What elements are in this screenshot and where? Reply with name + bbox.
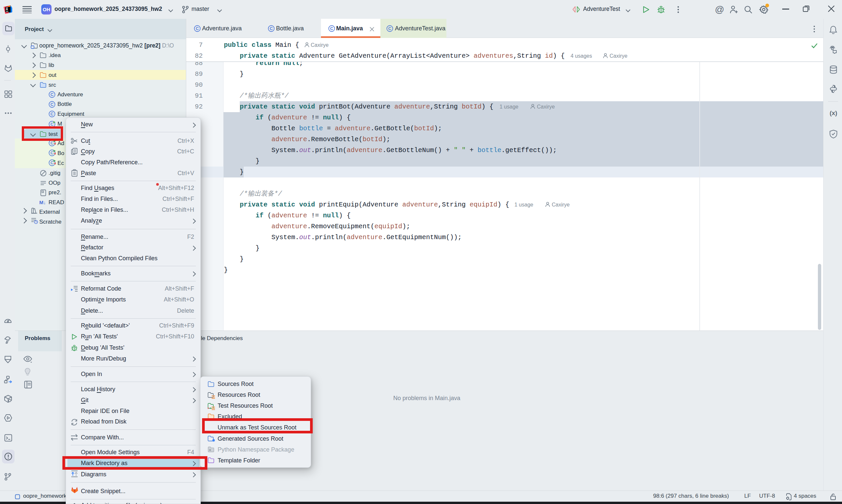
svg-text:C: C: [330, 26, 333, 31]
svg-text:C: C: [51, 111, 54, 116]
svg-text:C: C: [270, 26, 273, 31]
svg-text:C: C: [51, 102, 54, 107]
svg-text:C: C: [388, 26, 392, 31]
svg-text:C: C: [51, 141, 54, 145]
svg-text:C: C: [51, 160, 54, 165]
svg-text:C: C: [51, 92, 54, 97]
svg-text:C: C: [51, 150, 54, 155]
svg-text:C: C: [196, 26, 199, 31]
